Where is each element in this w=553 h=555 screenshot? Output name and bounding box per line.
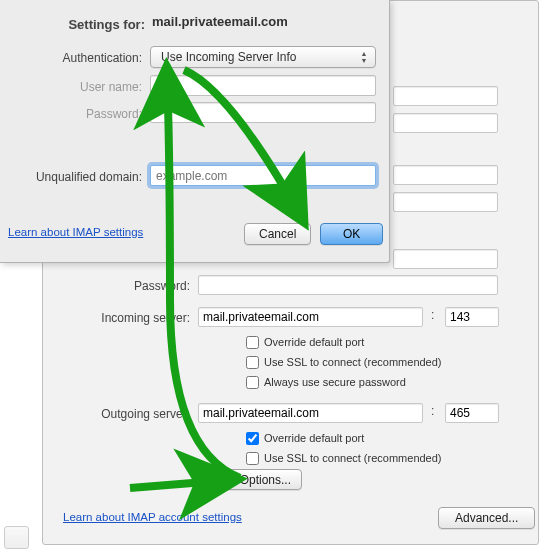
link-label: Learn about IMAP settings xyxy=(8,226,143,238)
checkbox[interactable] xyxy=(246,376,259,389)
checkbox[interactable] xyxy=(246,452,259,465)
port-colon: : xyxy=(431,404,434,418)
outgoing-server-label: Outgoing server: xyxy=(58,404,190,421)
incoming-override-checkbox[interactable]: Override default port xyxy=(246,333,364,351)
dialog-password-label: Password: xyxy=(22,104,142,121)
more-options-button[interactable]: More Options... xyxy=(198,469,302,490)
checkbox[interactable] xyxy=(246,432,259,445)
outgoing-server-field[interactable] xyxy=(198,403,423,423)
checkbox[interactable] xyxy=(246,356,259,369)
checkbox-label: Always use secure password xyxy=(264,376,406,388)
authentication-label: Authentication: xyxy=(22,48,142,65)
username-field xyxy=(150,75,376,96)
gear-icon[interactable] xyxy=(4,526,29,549)
port-colon: : xyxy=(431,308,434,322)
incoming-port-field[interactable] xyxy=(445,307,499,327)
username-label: User name: xyxy=(22,77,142,94)
dialog-title-label: Settings for: xyxy=(55,14,145,32)
checkbox-label: Use SSL to connect (recommended) xyxy=(264,356,442,368)
checkbox[interactable] xyxy=(246,336,259,349)
incoming-server-label: Incoming server: xyxy=(58,308,190,325)
bg-field[interactable] xyxy=(393,192,498,212)
button-label: Advanced... xyxy=(455,511,518,525)
dialog-password-field xyxy=(150,102,376,123)
password-label: Password: xyxy=(73,276,190,293)
cancel-button[interactable]: Cancel xyxy=(244,223,311,245)
button-label: More Options... xyxy=(209,473,291,487)
unqualified-domain-label: Unqualified domain: xyxy=(0,167,142,184)
authentication-select[interactable]: Use Incoming Server Info ▲▼ xyxy=(150,46,376,68)
learn-imap-link[interactable]: Learn about IMAP settings xyxy=(8,226,143,238)
bg-field[interactable] xyxy=(393,249,498,269)
bg-field[interactable] xyxy=(393,86,498,106)
link-label: Learn about IMAP account settings xyxy=(63,511,242,523)
outgoing-port-field[interactable] xyxy=(445,403,499,423)
checkbox-label: Override default port xyxy=(264,336,364,348)
select-value: Use Incoming Server Info xyxy=(161,50,296,64)
outgoing-ssl-checkbox[interactable]: Use SSL to connect (recommended) xyxy=(246,449,442,467)
advanced-button[interactable]: Advanced... xyxy=(438,507,535,529)
bg-field[interactable] xyxy=(393,113,498,133)
chevron-updown-icon: ▲▼ xyxy=(356,49,372,65)
learn-imap-account-link[interactable]: Learn about IMAP account settings xyxy=(63,511,242,523)
incoming-server-field[interactable] xyxy=(198,307,423,327)
dialog-title-value: mail.privateemail.com xyxy=(152,14,288,29)
outgoing-override-checkbox[interactable]: Override default port xyxy=(246,429,364,447)
incoming-ssl-checkbox[interactable]: Use SSL to connect (recommended) xyxy=(246,353,442,371)
button-label: OK xyxy=(343,227,360,241)
smtp-settings-dialog: Settings for: mail.privateemail.com Auth… xyxy=(0,0,390,263)
button-label: Cancel xyxy=(259,227,296,241)
checkbox-label: Use SSL to connect (recommended) xyxy=(264,452,442,464)
ok-button[interactable]: OK xyxy=(320,223,383,245)
bg-field[interactable] xyxy=(393,165,498,185)
checkbox-label: Override default port xyxy=(264,432,364,444)
incoming-securepw-checkbox[interactable]: Always use secure password xyxy=(246,373,406,391)
password-field[interactable] xyxy=(198,275,498,295)
unqualified-domain-field[interactable] xyxy=(150,165,376,186)
